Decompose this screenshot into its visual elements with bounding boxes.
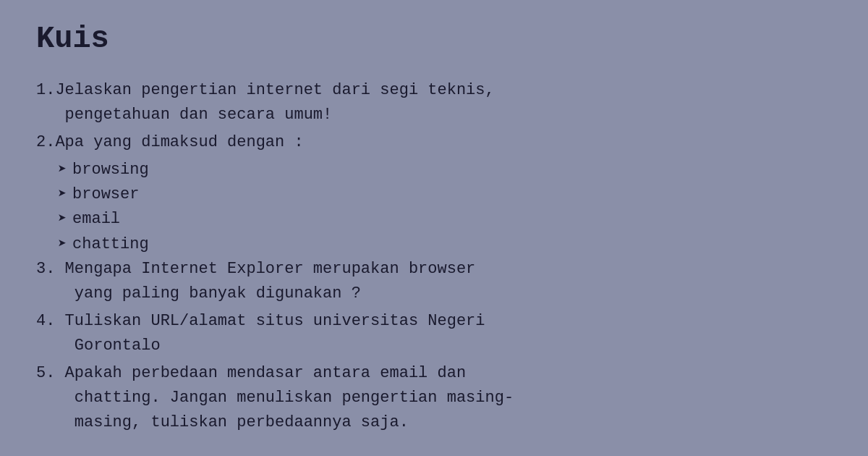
- question-3-text-cont: yang paling banyak digunakan ?: [36, 284, 361, 303]
- question-2b: ➤ browser: [36, 182, 832, 207]
- question-4-text-cont: Gorontalo: [36, 337, 161, 355]
- question-2a-text: browsing: [72, 158, 149, 182]
- question-1: 1.Jelaskan pengertian internet dari segi…: [36, 78, 832, 127]
- question-5-text-line3: masing, tuliskan perbedaannya saja.: [36, 413, 409, 431]
- question-5: 5. Apakah perbedaan mendasar antara emai…: [36, 361, 832, 435]
- question-1-text-cont: pengetahuan dan secara umum!: [36, 106, 332, 124]
- slide-title: Kuis: [36, 22, 832, 56]
- question-2-text: 2.Apa yang dimaksud dengan :: [36, 133, 304, 151]
- slide: Kuis 1.Jelaskan pengertian internet dari…: [0, 0, 868, 456]
- question-2: 2.Apa yang dimaksud dengan :: [36, 130, 832, 155]
- arrow-icon-c: ➤: [58, 208, 67, 230]
- question-2c: ➤ email: [36, 207, 832, 232]
- question-2a: ➤ browsing: [36, 158, 832, 182]
- question-2d: ➤ chatting: [36, 232, 832, 257]
- question-4: 4. Tuliskan URL/alamat situs universitas…: [36, 309, 832, 358]
- question-3: 3. Mengapa Internet Explorer merupakan b…: [36, 257, 832, 306]
- arrow-icon-d: ➤: [58, 233, 67, 256]
- question-3-text: 3. Mengapa Internet Explorer merupakan b…: [36, 260, 475, 278]
- content-area: 1.Jelaskan pengertian internet dari segi…: [36, 78, 832, 438]
- question-5-text-line2: chatting. Jangan menuliskan pengertian m…: [36, 389, 514, 407]
- question-2b-text: browser: [72, 182, 139, 207]
- question-2d-text: chatting: [72, 232, 149, 257]
- question-4-text: 4. Tuliskan URL/alamat situs universitas…: [36, 312, 485, 330]
- question-2c-text: email: [72, 207, 120, 232]
- arrow-icon-a: ➤: [58, 159, 67, 181]
- question-1-text: 1.Jelaskan pengertian internet dari segi…: [36, 81, 495, 99]
- arrow-icon-b: ➤: [58, 183, 67, 206]
- question-5-text: 5. Apakah perbedaan mendasar antara emai…: [36, 364, 466, 382]
